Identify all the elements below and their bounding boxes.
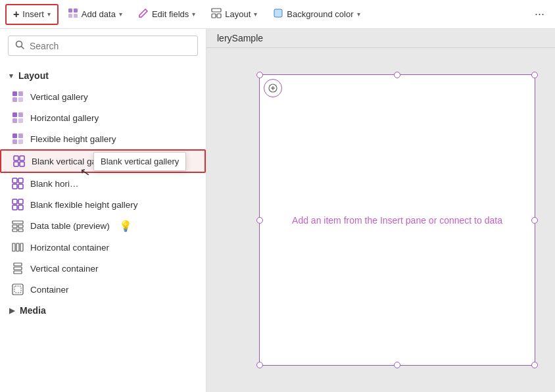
- hint-prefix: Add an item from the Insert pane: [292, 215, 429, 226]
- svg-rect-7: [274, 9, 282, 17]
- container-icon: [12, 283, 24, 295]
- svg-line-9: [22, 47, 24, 49]
- layout-label: Layout: [225, 9, 251, 19]
- search-icon: [15, 40, 24, 51]
- add-data-icon: [68, 8, 78, 20]
- cursor: ↖: [79, 164, 91, 180]
- svg-rect-17: [18, 118, 23, 123]
- svg-rect-29: [18, 184, 23, 189]
- vertical-container-icon: [12, 262, 24, 274]
- resize-handle-top-right[interactable]: [531, 72, 538, 78]
- resize-handle-middle-right[interactable]: [531, 217, 538, 224]
- gallery-hint-text: Add an item from the Insert pane or conn…: [292, 215, 502, 226]
- add-data-button[interactable]: Add data ▾: [61, 5, 129, 24]
- sidebar-item-vertical-container[interactable]: Vertical container: [0, 258, 206, 279]
- bulb-icon: 💡: [119, 220, 132, 232]
- resize-handle-bottom-right[interactable]: [531, 362, 538, 368]
- svg-rect-19: [18, 134, 23, 138]
- horizontal-container-label: Horizontal container: [30, 243, 109, 253]
- edit-fields-chevron: ▾: [192, 11, 195, 18]
- svg-rect-10: [12, 91, 17, 96]
- sidebar-item-flexible-height-gallery[interactable]: Flexible height gallery: [0, 128, 206, 149]
- svg-rect-1: [74, 9, 78, 12]
- svg-rect-30: [12, 199, 17, 204]
- svg-rect-27: [18, 178, 23, 183]
- svg-rect-28: [12, 184, 17, 189]
- main-content: ▾ Layout Vertical gallery: [0, 29, 555, 392]
- svg-rect-5: [212, 14, 216, 18]
- layout-chevron: ▾: [254, 11, 257, 18]
- background-color-icon: [273, 8, 283, 20]
- collapse-icon: ▾: [9, 72, 13, 80]
- svg-rect-6: [217, 14, 221, 18]
- layout-icon: [211, 8, 222, 20]
- blank-horizontal-icon: [12, 178, 24, 189]
- blank-vertical-gallery-tooltip: Blank vertical gallery: [93, 152, 186, 171]
- vertical-gallery-icon: [12, 91, 24, 103]
- svg-rect-36: [18, 225, 23, 228]
- svg-rect-40: [16, 243, 19, 251]
- add-data-label: Add data: [82, 9, 116, 19]
- insert-chevron: ▾: [47, 11, 51, 18]
- svg-rect-21: [18, 139, 23, 144]
- resize-handle-top-center[interactable]: [394, 72, 400, 78]
- sidebar-item-horizontal-container[interactable]: Horizontal container: [0, 237, 206, 258]
- svg-rect-46: [14, 286, 21, 293]
- layout-button[interactable]: Layout ▾: [205, 5, 264, 24]
- layout-section-header[interactable]: ▾ Layout: [0, 65, 206, 86]
- connect-to-data-link[interactable]: connect to data: [439, 215, 502, 226]
- horizontal-container-icon: [12, 241, 24, 253]
- resize-handle-top-left[interactable]: [256, 72, 263, 78]
- sidebar-item-blank-vertical-gallery[interactable]: Blank vertical gallery Blank vertical ga…: [0, 149, 206, 173]
- toolbar: + Insert ▾ Add data ▾ Edit fields ▾: [0, 0, 555, 29]
- svg-rect-2: [68, 14, 72, 18]
- resize-handle-middle-left[interactable]: [256, 217, 263, 224]
- background-color-chevron: ▾: [357, 11, 360, 18]
- more-button[interactable]: ···: [529, 5, 550, 24]
- gallery-component[interactable]: Add an item from the Insert pane or conn…: [259, 74, 535, 366]
- svg-rect-31: [18, 199, 23, 204]
- sidebar-item-blank-flexible-height-gallery[interactable]: Blank flexible height gallery: [0, 194, 206, 215]
- blank-flexible-height-gallery-label: Blank flexible height gallery: [30, 200, 138, 210]
- resize-handle-bottom-center[interactable]: [394, 362, 400, 368]
- sidebar-item-container[interactable]: Container: [0, 279, 206, 300]
- sidebar-item-horizontal-gallery[interactable]: Horizontal gallery: [0, 107, 206, 128]
- svg-rect-13: [18, 97, 23, 102]
- svg-rect-14: [12, 112, 17, 117]
- edit-handle[interactable]: [264, 79, 282, 97]
- sidebar-item-data-table[interactable]: Data table (preview) 💡: [0, 215, 206, 237]
- resize-handle-bottom-left[interactable]: [256, 362, 263, 368]
- svg-rect-39: [12, 243, 15, 251]
- media-section-label: Media: [20, 305, 46, 316]
- svg-rect-25: [20, 162, 24, 166]
- vertical-gallery-label: Vertical gallery: [30, 92, 88, 102]
- canvas-title: lerySample: [217, 33, 263, 43]
- sidebar-item-vertical-gallery[interactable]: Vertical gallery: [0, 86, 206, 107]
- sidebar-item-blank-horizontal[interactable]: Blank hori…: [0, 173, 206, 194]
- background-color-button[interactable]: Background color ▾: [266, 5, 366, 24]
- hint-or: or: [429, 215, 439, 226]
- data-table-icon: [12, 220, 24, 232]
- expand-icon: ▶: [9, 306, 14, 315]
- canvas-area: lerySample Add an item from the Insert p…: [206, 29, 555, 392]
- search-input[interactable]: [30, 41, 191, 51]
- data-table-label: Data table (preview): [30, 221, 110, 231]
- svg-rect-0: [68, 9, 72, 12]
- edit-fields-label: Edit fields: [152, 9, 189, 19]
- edit-fields-icon: [138, 8, 149, 20]
- canvas-workspace: Add an item from the Insert pane or conn…: [206, 48, 555, 392]
- flexible-height-gallery-icon: [12, 133, 24, 145]
- horizontal-gallery-icon: [12, 112, 24, 124]
- edit-fields-button[interactable]: Edit fields ▾: [132, 5, 202, 24]
- blank-flexible-height-gallery-icon: [12, 199, 24, 210]
- insert-label: Insert: [22, 9, 44, 19]
- media-section-header[interactable]: ▶ Media: [0, 300, 206, 321]
- svg-rect-44: [14, 271, 22, 274]
- svg-rect-18: [12, 134, 17, 138]
- svg-rect-16: [12, 118, 17, 123]
- svg-rect-22: [14, 156, 18, 160]
- insert-button[interactable]: + Insert ▾: [5, 4, 59, 25]
- svg-rect-33: [18, 205, 23, 210]
- svg-rect-42: [14, 263, 22, 266]
- vertical-container-label: Vertical container: [30, 264, 99, 274]
